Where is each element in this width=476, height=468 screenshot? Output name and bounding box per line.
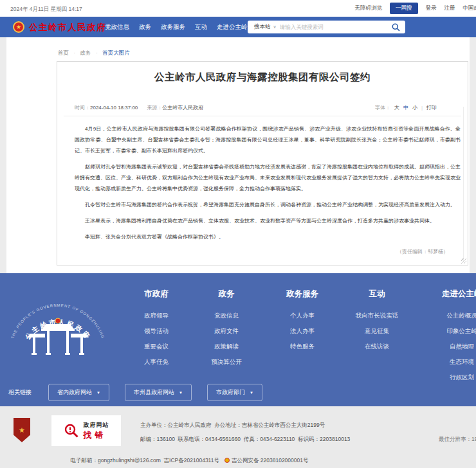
footer-link[interactable]: 意见征集 [356, 323, 399, 339]
site-search: 搜本站 ∨ [248, 21, 405, 33]
font-label: 字体： [375, 104, 390, 111]
accessibility-link[interactable]: 无障碍浏览 [355, 4, 383, 12]
font-small-button[interactable]: 小 [412, 104, 417, 111]
footer-column: 互动 我向市长说实话意见征集在线访谈 [356, 289, 399, 354]
national-emblem-icon: ★ [13, 21, 24, 33]
register-link[interactable]: 注册 [444, 4, 455, 12]
resolution-hint: 最佳分辨率：1920*1080 [439, 436, 476, 444]
find-error-line1: 政府网站 [84, 421, 109, 429]
article-paragraph: 王冰星表示，海露集团将利用自身优势在农产品销售、立体农服、农业技术、农业和数字资… [75, 215, 461, 226]
footer-column-title[interactable]: 市政府 [144, 289, 169, 300]
footer-link[interactable]: 自然地理 [442, 339, 476, 354]
chevron-down-icon: ▼ [179, 391, 183, 395]
related-dropdown[interactable]: 省内政府网站 ▼ [48, 384, 109, 401]
host-info: 主办单位：公主岭市人民政府 办公地址：吉林省公主岭市西公主大街2199号 [140, 422, 325, 429]
topbar-links: 无障碍浏览 一网搜 登录 注册 中国政府网 [355, 0, 476, 17]
source-label: 来源： [147, 105, 162, 111]
nav-item[interactable]: 政务服务 [161, 23, 185, 32]
footer-link[interactable]: 公主岭概况 [442, 308, 476, 323]
divider: | [421, 105, 423, 111]
gov-site-badge-icon[interactable]: ★ [14, 418, 30, 442]
site-error-report-widget[interactable]: 政府网站 找错 [51, 415, 121, 446]
footer-column: 市政府 政府领导领导活动重要会议人事任免 [144, 289, 169, 370]
breadcrumb-home[interactable]: 首页 [58, 50, 69, 56]
footer-link[interactable]: 法人办事 [286, 323, 318, 339]
footer-link[interactable]: 政府文件 [211, 323, 242, 339]
footer-link[interactable]: 预决算公开 [211, 354, 242, 370]
chevron-down-icon: ▼ [250, 391, 253, 395]
breadcrumb-separator: · [73, 50, 75, 56]
footer-link[interactable]: 行政区划 [442, 370, 476, 385]
datetime-text: 2024年 4月11日 星期四 14:17 [10, 6, 82, 14]
breadcrumb-zhengwu[interactable]: 政务 [80, 50, 91, 56]
one-search-button[interactable]: 一网搜 [390, 3, 418, 14]
footer-link[interactable]: 政府领导 [144, 308, 169, 323]
footer-column-title[interactable]: 政务 [211, 289, 242, 300]
footer-column: 政务 党政信息政府文件政策解读预决算公开 [211, 289, 242, 370]
footer-link[interactable]: 领导活动 [144, 323, 169, 339]
article-body: 4月9日，公主岭市人民政府与海露控股集团有限公司签署战略合作框架协议，围绕涉农产… [75, 123, 461, 248]
nav-item[interactable]: 政务 [139, 23, 151, 32]
footer-link[interactable]: 人事任免 [144, 354, 169, 370]
footer-column-title[interactable]: 政务服务 [286, 289, 318, 300]
font-large-button[interactable]: 大 [394, 104, 399, 111]
site-title[interactable]: 公主岭市人民政府 [29, 22, 106, 33]
footer-column-title[interactable]: 互动 [356, 289, 399, 300]
footer-column: 政务服务 个人办事法人办事特色服务 [286, 289, 318, 354]
page: { "topbar": { "datetime": "2024年 4月11日 星… [0, 0, 476, 468]
main-nav: 党政信息政务政务服务互动走进公主岭 [105, 17, 248, 37]
scrollbar[interactable] [463, 107, 464, 262]
nav-item[interactable]: 走进公主岭 [217, 23, 248, 32]
breadcrumb-current: 首页大图片 [102, 50, 130, 56]
china-gov-link[interactable]: 中国政府网 [463, 4, 476, 12]
search-icon [392, 23, 400, 32]
bottom-info-bar: ★ 政府网站 找错 主办单位：公主岭市人民政府 办公地址：吉林省公主岭市西公主大… [0, 406, 476, 468]
article-title: 公主岭市人民政府与海露控股集团有限公司签约 [57, 71, 468, 84]
related-links-label: 相关链接 [8, 388, 32, 397]
footer-link[interactable]: 我向市长说实话 [356, 308, 399, 323]
source-value: 公主岭市人民政府 [162, 105, 203, 111]
footer-link[interactable]: 政策解读 [211, 339, 242, 354]
footer-link[interactable]: 在线访谈 [356, 339, 399, 354]
article-paragraph: 赵师琪对孔令智和海露集团表示诚挚欢迎，对台盟吉林省委会牵线搭桥助力地方经济发展表… [75, 161, 461, 194]
footer-link[interactable]: 特色服务 [286, 339, 318, 354]
footer-link[interactable]: 个人办事 [286, 308, 318, 323]
find-error-magnifier-icon [64, 423, 79, 438]
article-box: 公主岭市人民政府与海露控股集团有限公司签约 时间：2024-04-10 18:3… [57, 61, 468, 266]
breadcrumb-separator: · [96, 50, 98, 56]
article-paragraph: 4月9日，公主岭市人民政府与海露控股集团有限公司签署战略合作框架协议，围绕涉农产… [75, 123, 461, 156]
footer-columns: 市政府 政府领导领导活动重要会议人事任免 政务 党政信息政府文件政策解读预决算公… [0, 289, 476, 385]
site-footer: THE PEOPLE'S GOVERNMENT OF GONGZHULING 公… [0, 273, 476, 406]
resize-handle-icon [461, 258, 466, 264]
search-button[interactable] [386, 21, 405, 33]
contact-info: 邮编：136100 联系电话：0434-6561660 传真：0434-6223… [140, 436, 350, 444]
footer-link[interactable]: 印象公主岭 [442, 323, 476, 339]
article-meta: 时间：2024-04-10 18:37:00来源：公主岭市人民政府 字体： 大 … [57, 104, 468, 112]
police-badge-icon [224, 458, 230, 463]
login-link[interactable]: 登录 [426, 4, 437, 12]
font-medium-button[interactable]: 中 [403, 104, 408, 111]
divider [64, 116, 461, 116]
print-button[interactable]: 打印 [426, 104, 437, 111]
chevron-down-icon: ∨ [273, 24, 277, 30]
chevron-down-icon: ▼ [96, 391, 100, 395]
breadcrumb: 首页 · 政务 · 首页大图片 [58, 50, 130, 57]
editor-credit: （责任编辑：邹梦楠） [397, 248, 448, 255]
related-dropdown[interactable]: 市州县政府网站 ▼ [125, 384, 192, 401]
time-value: 2024-04-10 18:37:00 [90, 105, 138, 111]
footer-link[interactable]: 重要会议 [144, 339, 169, 354]
search-scope-select[interactable]: 搜本站 [254, 23, 271, 31]
find-error-line2: 找错 [84, 429, 109, 441]
topbar: 2024年 4月11日 星期四 14:17 无障碍浏览 一网搜 登录 注册 中国… [0, 0, 476, 17]
search-input[interactable] [280, 24, 386, 30]
nav-item[interactable]: 互动 [195, 23, 207, 32]
email-icp-info: 电子邮箱：gongzhulingshi@126.com 吉ICP备2021004… [64, 451, 308, 468]
related-dropdown[interactable]: 市政府部门 ▼ [207, 384, 262, 401]
footer-link[interactable]: 党政信息 [211, 308, 242, 323]
nav-item[interactable]: 党政信息 [105, 23, 129, 32]
footer-link[interactable]: 生态环境 [442, 354, 476, 370]
site-header: ★ 公主岭市人民政府 党政信息政务政务服务互动走进公主岭 搜本站 ∨ [0, 17, 476, 37]
police-filing-text: 吉公网安备 22038102000001号 [232, 457, 309, 464]
footer-column-title[interactable]: 走进公主岭 [442, 289, 476, 300]
footer-column: 走进公主岭 公主岭概况印象公主岭自然地理生态环境行政区划 [442, 289, 476, 385]
